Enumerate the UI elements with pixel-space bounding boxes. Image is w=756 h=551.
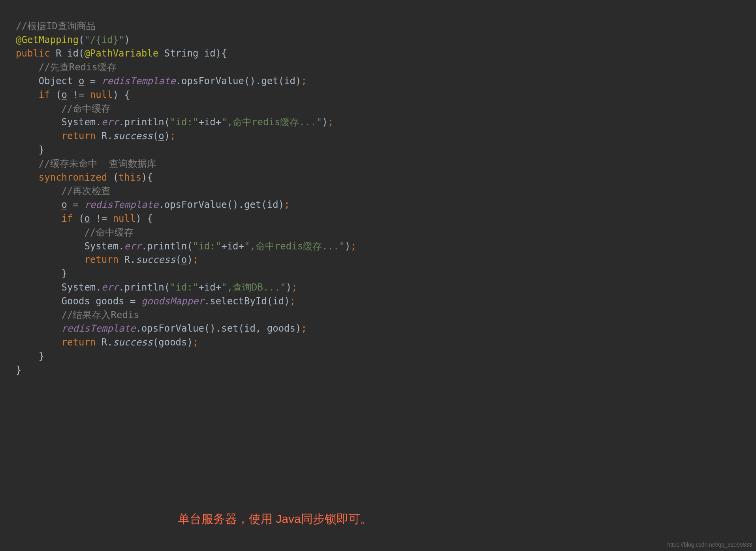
code-editor[interactable]: //根据ID查询商品 @GetMapping("/{id}") public R… <box>0 6 756 377</box>
variable-o: o <box>158 130 164 142</box>
paren: ) <box>216 48 221 59</box>
concat: +id+ <box>221 241 244 252</box>
keyword-public: public <box>16 48 50 59</box>
variable-o: o <box>181 254 187 265</box>
paren-brace: ){ <box>141 172 153 183</box>
brace: } <box>39 144 44 155</box>
brace: { <box>221 48 227 59</box>
comment-line: //根据ID查询商品 <box>16 21 96 32</box>
watermark-text: https://blog.csdn.net/qq_32099833 <box>667 541 752 549</box>
user-annotation: 单台服务器，使用 Java同步锁即可。 <box>178 510 372 528</box>
class-r: R. <box>96 130 113 142</box>
paren: ) <box>187 254 193 265</box>
comment-line: //再次检查 <box>62 185 111 196</box>
keyword-return: return <box>84 254 118 265</box>
comment-line: //缓存未命中 查询数据库 <box>39 158 156 169</box>
paren: ( <box>107 172 118 183</box>
method-success: success <box>113 130 153 142</box>
string-literal: "/{id}" <box>84 34 124 45</box>
string-literal: "id:" <box>193 241 221 252</box>
semicolon: ; <box>350 241 356 252</box>
string-literal: ",命中redis缓存..." <box>221 117 322 128</box>
semicolon: ; <box>170 130 175 142</box>
paren: ( <box>176 254 181 265</box>
method-chain: .selectById(id) <box>204 296 290 307</box>
paren-brace: ) { <box>113 89 130 100</box>
variable-o: o <box>84 213 90 224</box>
paren: ) <box>124 34 130 45</box>
method-chain: .opsForValue().get(id) <box>158 199 284 210</box>
concat: +id+ <box>198 117 221 128</box>
semicolon: ; <box>301 323 307 334</box>
method-chain: .opsForValue().get(id) <box>176 75 301 87</box>
method-println: .println( <box>118 117 170 128</box>
operator: != <box>67 89 90 100</box>
paren: ( <box>50 89 62 100</box>
field-redistemplate: redisTemplate <box>102 75 176 87</box>
param-type: String <box>158 48 204 59</box>
method-name: id <box>67 48 79 59</box>
comment-line: //先查Redis缓存 <box>39 62 117 73</box>
brace: } <box>16 364 21 376</box>
semicolon: ; <box>291 282 297 293</box>
class-r: R. <box>118 254 135 265</box>
semicolon: ; <box>328 117 333 128</box>
string-literal: "id:" <box>170 117 198 128</box>
keyword-return: return <box>62 130 96 142</box>
string-literal: ",命中redis缓存..." <box>244 241 345 252</box>
method-println: .println( <box>118 282 170 293</box>
keyword-null: null <box>90 89 113 100</box>
system-class: System. <box>62 117 102 128</box>
paren: ( <box>73 213 85 224</box>
keyword-if: if <box>39 89 50 100</box>
method-println: .println( <box>141 241 193 252</box>
type-goods: Goods goods = <box>62 296 141 307</box>
keyword-if: if <box>62 213 73 224</box>
annotation-getmapping: @GetMapping <box>16 34 79 45</box>
operator: = <box>84 75 101 87</box>
string-literal: "id:" <box>170 282 198 293</box>
brace: } <box>39 351 44 362</box>
paren: ( <box>79 34 84 45</box>
field-err: err <box>124 241 141 252</box>
system-class: System. <box>62 282 102 293</box>
paren: ) <box>322 117 327 128</box>
paren: ( <box>79 48 84 59</box>
system-class: System. <box>84 241 124 252</box>
string-literal: ",查询DB..." <box>221 282 286 293</box>
semicolon: ; <box>193 254 198 265</box>
operator: != <box>90 213 113 224</box>
concat: +id+ <box>198 282 221 293</box>
field-redistemplate: redisTemplate <box>62 323 136 334</box>
semicolon: ; <box>301 75 307 87</box>
field-redistemplate: redisTemplate <box>84 199 158 210</box>
brace: } <box>62 268 67 279</box>
semicolon: ; <box>290 296 295 307</box>
keyword-return: return <box>62 337 96 348</box>
param-name: id <box>204 48 216 59</box>
comment-line: //命中缓存 <box>62 103 111 114</box>
annotation-pathvariable: @PathVariable <box>84 48 158 59</box>
operator: = <box>67 199 84 210</box>
comment-line: //命中缓存 <box>84 227 134 238</box>
semicolon: ; <box>193 337 198 348</box>
class-r: R. <box>96 337 113 348</box>
paren: ) <box>286 282 291 293</box>
paren: ) <box>164 130 170 142</box>
field-err: err <box>102 117 118 128</box>
variable-o: o <box>62 89 67 100</box>
field-err: err <box>102 282 118 293</box>
semicolon: ; <box>284 199 290 210</box>
paren: ) <box>345 241 350 252</box>
return-type: R <box>50 48 67 59</box>
paren-args: (goods) <box>153 337 193 348</box>
method-chain: .opsForValue().set(id, goods) <box>135 323 301 334</box>
variable-o: o <box>79 75 84 87</box>
keyword-null: null <box>113 213 136 224</box>
method-success: success <box>135 254 175 265</box>
keyword-synchronized: synchronized <box>39 172 107 183</box>
type-object: Object <box>39 75 79 87</box>
comment-line: //结果存入Redis <box>62 309 139 321</box>
paren-brace: ) { <box>135 213 152 224</box>
variable-o: o <box>62 199 67 210</box>
